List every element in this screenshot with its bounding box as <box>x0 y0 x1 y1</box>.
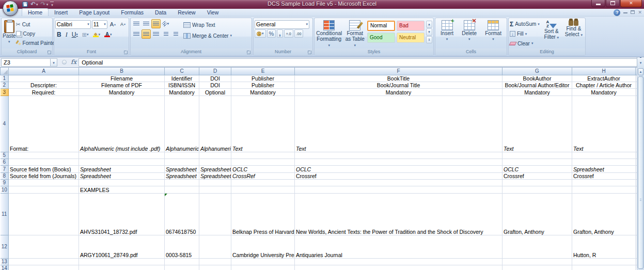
row-header-2[interactable]: 2 <box>1 82 9 88</box>
increase-decimal-button[interactable]: +.0 <box>284 29 293 38</box>
cell-H10[interactable] <box>572 186 636 193</box>
cell-B7[interactable]: Spreadsheet <box>79 165 165 172</box>
cell-A10[interactable] <box>9 186 79 193</box>
row-header-3[interactable]: 3 <box>1 88 9 96</box>
cell-G5[interactable] <box>502 152 572 158</box>
cell-A6[interactable] <box>9 158 79 165</box>
cell-E9[interactable] <box>231 179 295 186</box>
delete-cells-button[interactable]: ✕ Delete ▾ <box>462 19 477 48</box>
row-header-5[interactable]: 5 <box>1 152 9 158</box>
cell-D14[interactable] <box>199 265 231 270</box>
cell-F10[interactable] <box>295 186 502 193</box>
vertical-scrollbar[interactable]: ▲ <box>637 68 644 269</box>
name-box[interactable]: Z3 <box>1 58 51 67</box>
cell-H9[interactable] <box>572 179 636 186</box>
font-color-button[interactable]: A▾ <box>103 30 114 39</box>
tab-review[interactable]: Review <box>172 9 201 16</box>
cell-B14[interactable] <box>79 265 165 270</box>
clipboard-dialog-launcher-icon[interactable] <box>48 51 51 54</box>
cell-C2[interactable]: ISBN/ISSN <box>165 82 199 88</box>
cell-F12[interactable]: Antiquaries Journal <box>295 235 502 258</box>
cell-G6[interactable] <box>502 158 572 165</box>
cell-G4[interactable]: Text <box>502 96 572 152</box>
row-header-7[interactable]: 7 <box>1 165 9 172</box>
cell-E6[interactable] <box>231 158 295 165</box>
bottom-align-button[interactable] <box>151 19 161 28</box>
alignment-dialog-launcher-icon[interactable] <box>247 51 250 54</box>
cut-button[interactable]: ✂Cut <box>16 20 57 29</box>
cell-A1[interactable] <box>9 75 79 82</box>
cell-H6[interactable] <box>572 158 636 165</box>
cell-F4[interactable]: Text <box>295 96 502 152</box>
paste-caret-icon[interactable]: ▾ <box>8 39 10 44</box>
cell-D9[interactable] <box>199 179 231 186</box>
cell-C10[interactable] <box>165 186 199 193</box>
cell-C6[interactable] <box>165 158 199 165</box>
expand-formula-bar-button[interactable]: ▾ <box>637 57 644 68</box>
cell-F14[interactable] <box>295 265 502 270</box>
select-all-corner[interactable] <box>1 68 9 75</box>
cell-C8[interactable]: Spreadsheet <box>165 172 199 179</box>
grow-font-button[interactable]: A▲ <box>108 20 118 29</box>
name-box-caret-icon[interactable]: ▾ <box>51 58 57 67</box>
cell-A8[interactable]: Source field from (Journals) <box>9 172 79 179</box>
cell-F8[interactable]: Crossref <box>295 172 502 179</box>
percent-style-button[interactable]: % <box>267 29 276 38</box>
row-header-4[interactable]: 4 <box>1 96 9 152</box>
cell-E13[interactable] <box>231 258 295 265</box>
scroll-up-button[interactable]: ▲ <box>638 68 643 75</box>
increase-indent-button[interactable] <box>171 29 180 39</box>
borders-button[interactable]: ⊞▾ <box>81 30 90 39</box>
cell-G1[interactable]: BookAuthor <box>502 75 572 82</box>
cell-C1[interactable]: Identifier <box>165 75 199 82</box>
cell-A13[interactable] <box>9 258 79 265</box>
center-button[interactable] <box>142 29 151 39</box>
tab-page-layout[interactable]: Page Layout <box>73 9 115 16</box>
cell-D6[interactable] <box>199 158 231 165</box>
cell-C12[interactable]: 0003-5815 <box>165 235 199 258</box>
workbook-close-button[interactable]: ✕ <box>638 9 642 16</box>
tab-data[interactable]: Data <box>149 9 172 16</box>
cell-A2[interactable]: Descripter: <box>9 82 79 88</box>
cell-style-bad[interactable]: Bad <box>397 21 425 31</box>
number-dialog-launcher-icon[interactable] <box>308 51 311 54</box>
number-format-combo[interactable]: General▾ <box>255 20 309 29</box>
cell-A9[interactable] <box>9 179 79 186</box>
cell-style-normal[interactable]: Normal <box>367 21 395 31</box>
cell-F9[interactable] <box>295 179 502 186</box>
cell-C7[interactable]: Spreadsheet <box>165 165 199 172</box>
decrease-indent-button[interactable] <box>161 29 170 39</box>
cell-C11[interactable]: 0674618750 <box>165 193 199 235</box>
cell-B6[interactable] <box>79 158 165 165</box>
cell-C4[interactable]: Alphanumeric <box>165 96 199 152</box>
column-header-G[interactable]: G <box>502 68 572 75</box>
cell-style-neutral[interactable]: Neutral <box>397 33 425 43</box>
tab-home[interactable]: Home <box>22 8 49 16</box>
cell-H3[interactable]: Mandatory <box>572 88 636 96</box>
gallery-up-button[interactable]: ▲ <box>426 21 432 28</box>
cell-E11[interactable]: Belknap Press of Harvard University Pres… <box>231 193 295 235</box>
cell-D5[interactable] <box>199 152 231 158</box>
column-header-E[interactable]: E <box>231 68 295 75</box>
cell-H7[interactable]: Spreadsheet <box>572 165 636 172</box>
row-header-12[interactable]: 12 <box>1 235 9 258</box>
comma-style-button[interactable]: , <box>277 29 282 38</box>
fill-button[interactable]: ↓Fill▾ <box>510 29 540 39</box>
maximize-button[interactable] <box>606 0 620 7</box>
font-dialog-launcher-icon[interactable] <box>124 51 128 54</box>
cell-A14[interactable] <box>9 265 79 270</box>
cell-H1[interactable]: ExtractAuthor <box>572 75 636 82</box>
cell-G12[interactable] <box>502 235 572 258</box>
format-as-table-button[interactable]: Format as Table ▾ <box>344 19 366 48</box>
column-header-D[interactable]: D <box>199 68 231 75</box>
office-button[interactable] <box>3 1 18 16</box>
cell-E4[interactable]: Text <box>231 96 295 152</box>
italic-button[interactable]: I <box>64 30 69 39</box>
cell-G13[interactable] <box>502 258 572 265</box>
cell-B3[interactable]: Mandatory <box>79 88 165 96</box>
cell-H5[interactable] <box>572 152 636 158</box>
column-header-F[interactable]: F <box>295 68 502 75</box>
cell-G14[interactable] <box>502 265 572 270</box>
row-header-1[interactable]: 1 <box>1 75 9 82</box>
align-left-button[interactable] <box>132 29 141 39</box>
